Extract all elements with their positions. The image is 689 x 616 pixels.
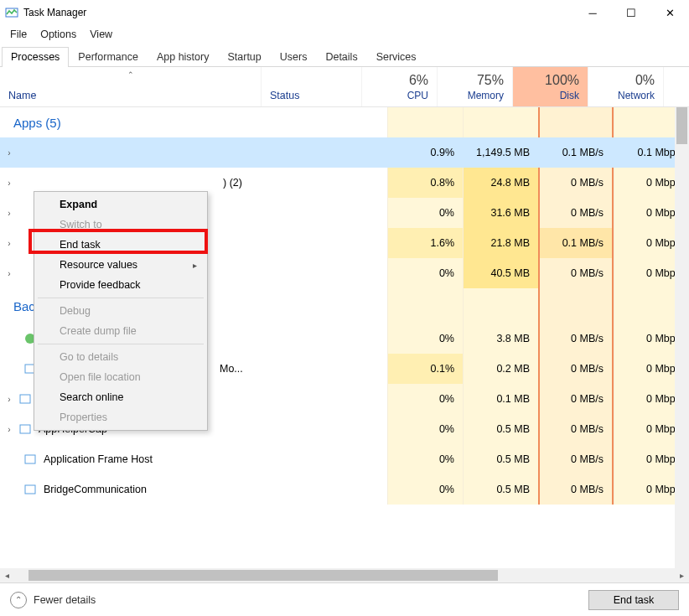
process-row[interactable]: › 0.9% 1,149.5 MB 0.1 MB/s 0.1 Mbps [0,137,689,168]
process-icon [23,453,37,466]
column-headers: ⌃ Name Status 6% CPU 75% Memory 100% Dis… [0,67,689,107]
cell-cpu: 0% [387,324,463,354]
end-task-button[interactable]: End task [588,590,679,610]
tab-details[interactable]: Details [316,47,366,67]
fewer-details-toggle[interactable]: ⌃ Fewer details [10,592,96,608]
menu-options[interactable]: Options [34,27,83,42]
window-title: Task Manager [18,7,86,18]
scroll-left-icon[interactable]: ◂ [0,568,14,582]
svg-rect-3 [20,395,30,403]
submenu-arrow-icon: ▸ [193,261,197,270]
tab-strip: Processes Performance App history Startu… [0,45,689,67]
ctx-open-file-location: Open file location [36,367,205,387]
sort-caret-icon: ⌃ [127,70,134,79]
cell-cpu: 0% [387,258,463,288]
ctx-create-dump: Create dump file [36,321,205,341]
maximize-button[interactable]: ☐ [612,0,650,25]
header-cpu[interactable]: 6% CPU [362,67,438,106]
tab-app-history[interactable]: App history [148,47,219,67]
tab-services[interactable]: Services [367,47,426,67]
header-disk[interactable]: 100% Disk [513,67,588,106]
ctx-debug: Debug [36,301,205,321]
cell-memory: 0.5 MB [463,474,538,505]
svg-rect-5 [25,455,35,463]
app-icon [5,6,18,19]
cell-cpu: 0.8% [387,168,463,198]
cell-memory: 21.8 MB [463,228,538,258]
cell-disk: 0 MB/s [538,414,614,444]
app-process-icon [18,176,32,189]
cell-disk: 0 MB/s [538,474,614,505]
cell-memory: 0.5 MB [463,414,538,444]
cell-disk: 0 MB/s [538,198,614,228]
cell-memory: 3.8 MB [463,324,538,354]
cell-memory: 1,149.5 MB [463,137,538,168]
expand-icon[interactable]: › [3,209,15,218]
cell-cpu: 0% [387,198,463,228]
cell-memory: 24.8 MB [463,168,538,198]
menu-separator [38,344,204,344]
context-menu: Expand Switch to End task Resource value… [34,191,208,431]
cell-cpu: 0% [387,474,463,505]
footer-bar: ⌃ Fewer details End task [0,582,689,616]
scroll-right-icon[interactable]: ▸ [675,568,689,582]
process-row[interactable]: BridgeCommunication 0% 0.5 MB 0 MB/s 0 M… [0,474,689,505]
expand-icon[interactable]: › [3,148,15,158]
header-memory[interactable]: 75% Memory [438,67,513,106]
expand-icon[interactable]: › [3,239,15,248]
expand-icon[interactable]: › [3,269,15,278]
close-button[interactable]: ✕ [650,0,689,25]
chevron-up-icon: ⌃ [10,592,27,608]
cell-memory: 40.5 MB [463,258,538,288]
process-icon [18,422,32,436]
expand-icon[interactable]: › [3,179,15,188]
cell-disk: 0 MB/s [538,258,614,288]
ctx-switch-to: Switch to [36,215,205,235]
ctx-end-task[interactable]: End task [36,235,205,255]
tab-processes[interactable]: Processes [2,47,69,67]
ctx-provide-feedback[interactable]: Provide feedback [36,275,205,295]
process-icon [18,392,32,406]
svg-rect-6 [25,485,35,494]
menu-file[interactable]: File [3,27,34,42]
cell-memory: 0.2 MB [463,354,538,384]
scrollbar-thumb[interactable] [28,570,498,581]
app-process-icon [18,146,32,159]
scrollbar-thumb[interactable] [676,107,687,144]
process-row[interactable]: Application Frame Host 0% 0.5 MB 0 MB/s … [0,444,689,474]
ctx-search-online[interactable]: Search online [36,387,205,407]
ctx-go-to-details: Go to details [36,347,205,367]
expand-icon[interactable]: › [3,395,15,404]
cell-memory: 31.6 MB [463,198,538,228]
vertical-scrollbar[interactable] [675,107,689,568]
svg-rect-4 [20,425,30,433]
ctx-resource-values[interactable]: Resource values ▸ [36,255,205,275]
cell-disk: 0.1 MB/s [538,137,614,168]
header-network[interactable]: 0% Network [588,67,664,106]
tab-performance[interactable]: Performance [69,47,148,67]
cell-memory: 0.5 MB [463,444,538,474]
menu-view[interactable]: View [83,27,119,42]
cell-memory: 0.1 MB [463,384,538,414]
cell-disk: 0 MB/s [538,384,614,414]
menu-bar: File Options View [0,25,689,45]
minimize-button[interactable]: ─ [573,0,612,25]
menu-separator [38,298,204,298]
horizontal-scrollbar[interactable]: ◂ ▸ [0,568,689,582]
expand-icon[interactable]: › [3,425,15,434]
process-icon [23,483,37,496]
header-status[interactable]: Status [262,67,362,106]
tab-startup[interactable]: Startup [218,47,270,67]
ctx-properties: Properties [36,407,205,427]
header-name[interactable]: ⌃ Name [0,67,262,106]
cell-cpu: 0.9% [387,137,463,168]
cell-disk: 0 MB/s [538,444,614,474]
cell-disk: 0 MB/s [538,168,614,198]
cell-disk: 0.1 MB/s [538,228,614,258]
ctx-expand[interactable]: Expand [36,194,205,215]
cell-cpu: 0.1% [387,354,463,384]
tab-users[interactable]: Users [271,47,317,67]
cell-cpu: 0% [387,414,463,444]
title-bar: Task Manager ─ ☐ ✕ [0,0,689,25]
group-apps[interactable]: Apps (5) . . . . [0,107,689,137]
